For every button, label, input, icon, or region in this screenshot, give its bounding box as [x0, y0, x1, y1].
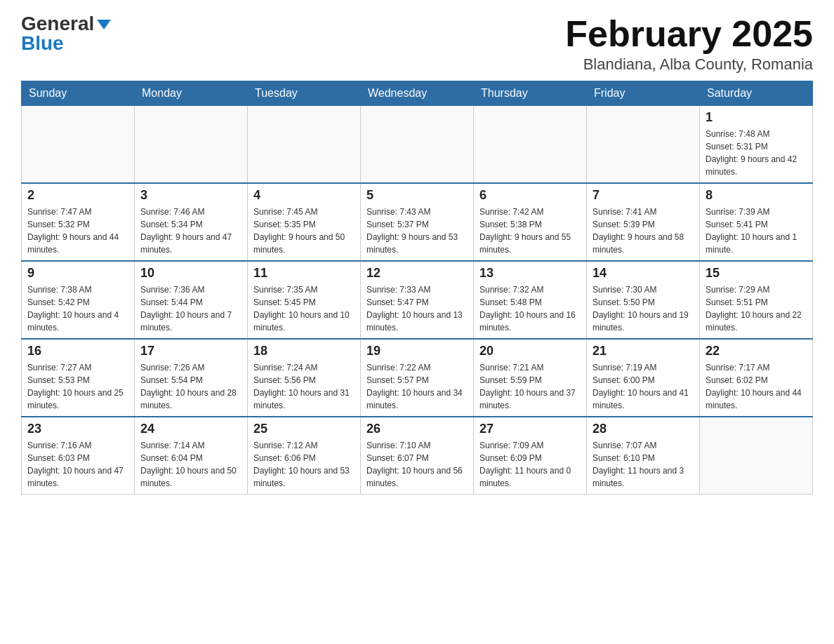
calendar-cell: 8Sunrise: 7:39 AM Sunset: 5:41 PM Daylig… [700, 183, 813, 261]
day-info: Sunrise: 7:14 AM Sunset: 6:04 PM Dayligh… [140, 439, 241, 490]
day-info: Sunrise: 7:38 AM Sunset: 5:42 PM Dayligh… [27, 283, 128, 334]
day-header-thursday: Thursday [474, 81, 587, 106]
day-info: Sunrise: 7:07 AM Sunset: 6:10 PM Dayligh… [593, 439, 694, 490]
day-info: Sunrise: 7:22 AM Sunset: 5:57 PM Dayligh… [366, 361, 468, 412]
calendar-week-3: 9Sunrise: 7:38 AM Sunset: 5:42 PM Daylig… [22, 261, 813, 339]
calendar-cell: 13Sunrise: 7:32 AM Sunset: 5:48 PM Dayli… [474, 261, 587, 339]
calendar-cell [22, 106, 135, 184]
day-info: Sunrise: 7:42 AM Sunset: 5:38 PM Dayligh… [479, 206, 581, 256]
day-number: 12 [366, 266, 468, 281]
calendar-header-row: SundayMondayTuesdayWednesdayThursdayFrid… [22, 81, 813, 106]
day-info: Sunrise: 7:27 AM Sunset: 5:53 PM Dayligh… [27, 361, 128, 412]
day-header-saturday: Saturday [700, 81, 813, 106]
logo-triangle-icon [97, 20, 111, 29]
day-number: 25 [253, 422, 355, 436]
day-info: Sunrise: 7:12 AM Sunset: 6:06 PM Dayligh… [253, 439, 355, 490]
calendar-cell: 14Sunrise: 7:30 AM Sunset: 5:50 PM Dayli… [587, 261, 700, 339]
day-header-friday: Friday [587, 81, 700, 106]
calendar-cell: 22Sunrise: 7:17 AM Sunset: 6:02 PM Dayli… [700, 339, 813, 417]
day-header-tuesday: Tuesday [248, 81, 361, 106]
calendar-cell: 27Sunrise: 7:09 AM Sunset: 6:09 PM Dayli… [474, 417, 587, 495]
calendar-cell: 16Sunrise: 7:27 AM Sunset: 5:53 PM Dayli… [22, 339, 135, 417]
logo-blue-text: Blue [21, 34, 64, 53]
day-info: Sunrise: 7:21 AM Sunset: 5:59 PM Dayligh… [479, 361, 581, 412]
day-info: Sunrise: 7:47 AM Sunset: 5:32 PM Dayligh… [27, 206, 128, 256]
day-info: Sunrise: 7:19 AM Sunset: 6:00 PM Dayligh… [593, 361, 694, 412]
calendar-cell: 12Sunrise: 7:33 AM Sunset: 5:47 PM Dayli… [361, 261, 474, 339]
calendar-cell [474, 106, 587, 184]
calendar-cell [361, 106, 474, 184]
calendar-cell: 15Sunrise: 7:29 AM Sunset: 5:51 PM Dayli… [700, 261, 813, 339]
calendar-cell [587, 106, 700, 184]
day-info: Sunrise: 7:16 AM Sunset: 6:03 PM Dayligh… [27, 439, 128, 490]
day-number: 5 [366, 188, 468, 203]
calendar-cell: 19Sunrise: 7:22 AM Sunset: 5:57 PM Dayli… [361, 339, 474, 417]
day-info: Sunrise: 7:33 AM Sunset: 5:47 PM Dayligh… [366, 283, 468, 334]
calendar-cell: 1Sunrise: 7:48 AM Sunset: 5:31 PM Daylig… [700, 106, 813, 184]
calendar-week-2: 2Sunrise: 7:47 AM Sunset: 5:32 PM Daylig… [22, 183, 813, 261]
calendar-cell: 7Sunrise: 7:41 AM Sunset: 5:39 PM Daylig… [587, 183, 700, 261]
day-number: 10 [140, 266, 241, 281]
day-info: Sunrise: 7:48 AM Sunset: 5:31 PM Dayligh… [706, 128, 807, 178]
calendar-cell [700, 417, 813, 495]
day-info: Sunrise: 7:36 AM Sunset: 5:44 PM Dayligh… [140, 283, 241, 334]
day-number: 21 [593, 344, 694, 358]
calendar-cell: 4Sunrise: 7:45 AM Sunset: 5:35 PM Daylig… [248, 183, 361, 261]
calendar-cell: 25Sunrise: 7:12 AM Sunset: 6:06 PM Dayli… [248, 417, 361, 495]
day-info: Sunrise: 7:43 AM Sunset: 5:37 PM Dayligh… [366, 206, 468, 256]
title-block: February 2025 Blandiana, Alba County, Ro… [565, 14, 813, 74]
day-number: 2 [27, 188, 128, 203]
day-number: 28 [593, 422, 694, 436]
day-info: Sunrise: 7:09 AM Sunset: 6:09 PM Dayligh… [479, 439, 581, 490]
calendar-cell: 11Sunrise: 7:35 AM Sunset: 5:45 PM Dayli… [248, 261, 361, 339]
logo-general-text: General [21, 13, 94, 34]
day-number: 17 [140, 344, 241, 358]
month-title: February 2025 [565, 14, 813, 54]
day-info: Sunrise: 7:26 AM Sunset: 5:54 PM Dayligh… [140, 361, 241, 412]
day-number: 9 [27, 266, 128, 281]
day-number: 1 [706, 110, 807, 125]
day-number: 13 [479, 266, 581, 281]
day-number: 16 [27, 344, 128, 358]
calendar-cell [248, 106, 361, 184]
location-text: Blandiana, Alba County, Romania [565, 55, 813, 74]
calendar-cell [135, 106, 248, 184]
calendar-cell: 5Sunrise: 7:43 AM Sunset: 5:37 PM Daylig… [361, 183, 474, 261]
calendar-week-1: 1Sunrise: 7:48 AM Sunset: 5:31 PM Daylig… [22, 106, 813, 184]
day-info: Sunrise: 7:24 AM Sunset: 5:56 PM Dayligh… [253, 361, 355, 412]
day-number: 3 [140, 188, 241, 203]
calendar-cell: 24Sunrise: 7:14 AM Sunset: 6:04 PM Dayli… [135, 417, 248, 495]
calendar-cell: 17Sunrise: 7:26 AM Sunset: 5:54 PM Dayli… [135, 339, 248, 417]
calendar-cell: 9Sunrise: 7:38 AM Sunset: 5:42 PM Daylig… [22, 261, 135, 339]
day-number: 4 [253, 188, 355, 203]
day-number: 27 [479, 422, 581, 436]
day-number: 20 [479, 344, 581, 358]
page-header: General Blue February 2025 Blandiana, Al… [21, 14, 813, 74]
day-info: Sunrise: 7:29 AM Sunset: 5:51 PM Dayligh… [706, 283, 807, 334]
day-number: 19 [366, 344, 468, 358]
calendar-cell: 18Sunrise: 7:24 AM Sunset: 5:56 PM Dayli… [248, 339, 361, 417]
calendar-cell: 26Sunrise: 7:10 AM Sunset: 6:07 PM Dayli… [361, 417, 474, 495]
day-number: 23 [27, 422, 128, 436]
calendar-cell: 20Sunrise: 7:21 AM Sunset: 5:59 PM Dayli… [474, 339, 587, 417]
day-number: 22 [706, 344, 807, 358]
day-info: Sunrise: 7:10 AM Sunset: 6:07 PM Dayligh… [366, 439, 468, 490]
day-header-wednesday: Wednesday [361, 81, 474, 106]
logo: General Blue [21, 14, 111, 53]
day-number: 7 [593, 188, 694, 203]
calendar-week-5: 23Sunrise: 7:16 AM Sunset: 6:03 PM Dayli… [22, 417, 813, 495]
day-info: Sunrise: 7:41 AM Sunset: 5:39 PM Dayligh… [593, 206, 694, 256]
day-number: 11 [253, 266, 355, 281]
day-number: 6 [479, 188, 581, 203]
day-info: Sunrise: 7:35 AM Sunset: 5:45 PM Dayligh… [253, 283, 355, 334]
day-number: 18 [253, 344, 355, 358]
calendar-cell: 10Sunrise: 7:36 AM Sunset: 5:44 PM Dayli… [135, 261, 248, 339]
calendar-table: SundayMondayTuesdayWednesdayThursdayFrid… [21, 81, 813, 495]
day-info: Sunrise: 7:32 AM Sunset: 5:48 PM Dayligh… [479, 283, 581, 334]
day-number: 15 [706, 266, 807, 281]
day-number: 14 [593, 266, 694, 281]
day-number: 26 [366, 422, 468, 436]
calendar-cell: 2Sunrise: 7:47 AM Sunset: 5:32 PM Daylig… [22, 183, 135, 261]
calendar-cell: 23Sunrise: 7:16 AM Sunset: 6:03 PM Dayli… [22, 417, 135, 495]
day-info: Sunrise: 7:45 AM Sunset: 5:35 PM Dayligh… [253, 206, 355, 256]
